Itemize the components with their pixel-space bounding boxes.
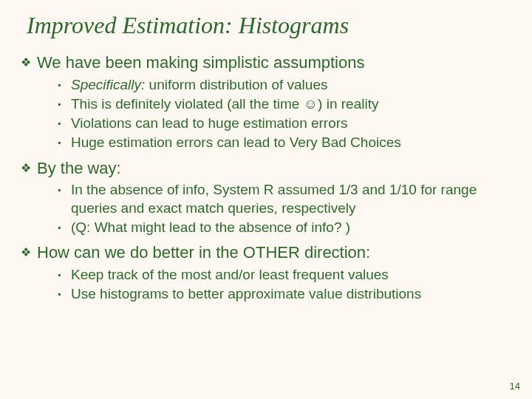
bullet-text: We have been making simplistic assumptio… bbox=[37, 52, 511, 73]
square-icon: ▪ bbox=[58, 181, 71, 196]
square-icon: ▪ bbox=[58, 134, 71, 149]
sub-bullet-text: In the absence of info, System R assumed… bbox=[71, 181, 511, 217]
square-icon: ▪ bbox=[58, 76, 71, 91]
sub-bullet-text: Specifically: uniform distribution of va… bbox=[71, 76, 511, 94]
sub-bullet: ▪ This is definitely violated (all the t… bbox=[58, 95, 511, 113]
slide-content: ❖ We have been making simplistic assumpt… bbox=[0, 52, 532, 303]
sub-bullet: ▪ Specifically: uniform distribution of … bbox=[58, 76, 511, 94]
sub-bullet: ▪ Violations can lead to huge estimation… bbox=[58, 115, 511, 132]
bullet-main: ❖ How can we do better in the OTHER dire… bbox=[21, 242, 511, 263]
square-icon: ▪ bbox=[58, 285, 71, 300]
sub-bullet: ▪ (Q: What might lead to the absence of … bbox=[58, 219, 511, 236]
square-icon: ▪ bbox=[58, 95, 71, 110]
square-icon: ▪ bbox=[58, 266, 71, 281]
sub-bullet-text: (Q: What might lead to the absence of in… bbox=[71, 219, 511, 236]
sub-bullet-text: Use histograms to better approximate val… bbox=[71, 285, 511, 303]
sub-bullet: ▪ In the absence of info, System R assum… bbox=[58, 181, 511, 217]
sub-bullet: ▪ Keep track of the most and/or least fr… bbox=[58, 266, 511, 284]
sub-bullet: ▪ Huge estimation errors can lead to Ver… bbox=[58, 134, 511, 151]
slide-title: Improved Estimation: Histograms bbox=[0, 0, 532, 48]
diamond-icon: ❖ bbox=[21, 242, 37, 260]
sub-bullet-text: This is definitely violated (all the tim… bbox=[71, 95, 511, 113]
bullet-text: By the way: bbox=[37, 158, 511, 179]
sub-bullet-text: Huge estimation errors can lead to Very … bbox=[71, 134, 511, 151]
bullet-main: ❖ By the way: bbox=[21, 158, 511, 179]
square-icon: ▪ bbox=[58, 115, 71, 129]
bullet-text: How can we do better in the OTHER direct… bbox=[37, 242, 511, 263]
square-icon: ▪ bbox=[58, 219, 71, 233]
sub-bullet-text: Keep track of the most and/or least freq… bbox=[71, 266, 511, 284]
diamond-icon: ❖ bbox=[21, 52, 37, 70]
page-number: 14 bbox=[510, 381, 520, 392]
sub-bullet-text: Violations can lead to huge estimation e… bbox=[71, 115, 511, 132]
sub-bullet: ▪ Use histograms to better approximate v… bbox=[58, 285, 511, 303]
bullet-main: ❖ We have been making simplistic assumpt… bbox=[21, 52, 511, 73]
diamond-icon: ❖ bbox=[21, 158, 37, 176]
